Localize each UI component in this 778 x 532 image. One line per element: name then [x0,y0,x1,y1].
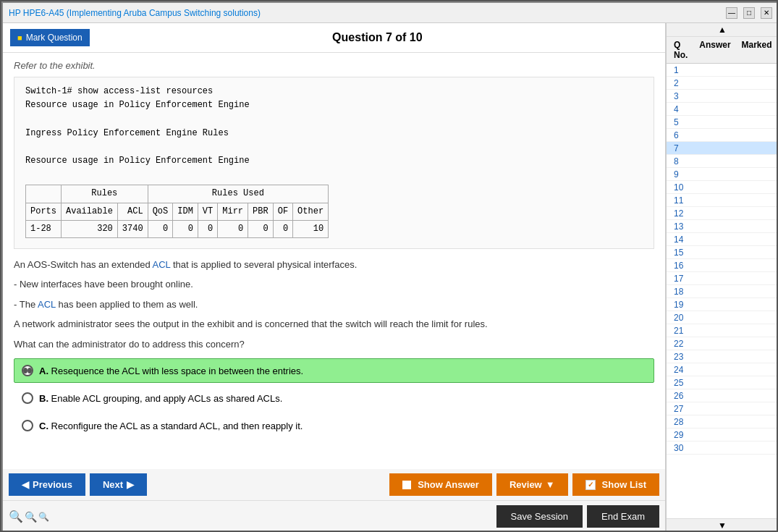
content-area: ■ Mark Question Question 7 of 10 Refer t… [3,23,666,532]
sidebar-row[interactable]: 22 [667,337,778,350]
sidebar-row[interactable]: 11 [667,194,778,207]
question-body: Refer to the exhibit. Switch-1# show acc… [3,53,665,469]
option-a[interactable]: A. Resequence the ACL with less space in… [14,358,654,383]
sidebar-row-number[interactable]: 22 [668,339,693,349]
option-b[interactable]: B. Enable ACL grouping, and apply ACLs a… [14,386,654,410]
sidebar-row-number[interactable]: 26 [668,391,693,401]
option-c-text: C. Reconfigure the ACL as a standard ACL… [39,421,303,431]
sidebar-row-number[interactable]: 5 [668,117,693,127]
sidebar-row[interactable]: 8 [667,155,778,168]
mark-question-button[interactable]: ■ Mark Question [10,29,90,46]
option-c[interactable]: C. Reconfigure the ACL as a standard ACL… [14,413,654,438]
zoom-in-button[interactable]: 🔍 [9,510,23,523]
sidebar-row-number[interactable]: 27 [668,404,693,414]
title-bar: HP HPE6-A45 (Implementing Aruba Campus S… [3,3,778,23]
sidebar-row[interactable]: 13 [667,220,778,233]
sidebar-row[interactable]: 28 [667,415,778,428]
show-answer-button[interactable]: Show Answer [389,473,492,496]
sidebar-row-number[interactable]: 4 [668,104,693,114]
question-title: Question 7 of 10 [97,31,658,44]
review-button[interactable]: Review ▼ [496,473,568,496]
sidebar-row-number[interactable]: 10 [668,182,693,193]
sidebar-row-number[interactable]: 7 [668,143,693,153]
sidebar-row-number[interactable]: 19 [668,300,693,310]
sidebar-row-number[interactable]: 28 [668,417,693,427]
scroll-up-button[interactable]: ▲ [667,23,778,37]
sidebar-row-number[interactable]: 6 [668,130,693,140]
header-answer: Answer [693,40,737,60]
sidebar-row[interactable]: 4 [667,103,778,116]
sidebar-row[interactable]: 27 [667,402,778,415]
sidebar-row-number[interactable]: 16 [668,261,693,271]
sidebar-row[interactable]: 25 [667,376,778,389]
sidebar-row-number[interactable]: 21 [668,326,693,336]
sidebar-row[interactable]: 6 [667,129,778,142]
sidebar-row-number[interactable]: 17 [668,274,693,284]
left-arrow-icon: ◀ [22,479,29,490]
dropdown-arrow-icon: ▼ [546,479,555,490]
sidebar-row[interactable]: 15 [667,246,778,259]
question-body-text-4: A network administrator sees the output … [14,317,654,332]
scroll-down-button[interactable]: ▼ [667,518,778,532]
app-title: HP HPE6-A45 (Implementing Aruba Campus S… [9,8,261,18]
sidebar-row-number[interactable]: 1 [668,65,693,75]
sidebar-row-number[interactable]: 29 [668,430,693,440]
previous-button[interactable]: ◀ Previous [9,473,85,496]
sidebar-row-number[interactable]: 3 [668,91,693,101]
end-exam-button[interactable]: End Exam [587,505,659,528]
sidebar-row[interactable]: 18 [667,285,778,298]
show-list-button[interactable]: ✓ Show List [572,473,659,496]
sidebar-row[interactable]: 7 [667,142,778,155]
sidebar-row-number[interactable]: 11 [668,195,693,206]
sidebar-header: Q No. Answer Marked [667,37,778,64]
sidebar-row-number[interactable]: 2 [668,78,693,88]
zoom-reset-button[interactable]: 🔍 [25,511,37,523]
sidebar-row-number[interactable]: 14 [668,235,693,245]
minimize-button[interactable]: — [726,7,737,19]
sidebar-row[interactable]: 20 [667,311,778,324]
sidebar-row-number[interactable]: 9 [668,169,693,180]
sidebar-row[interactable]: 1 [667,64,778,77]
sidebar-row[interactable]: 3 [667,90,778,103]
close-button[interactable]: ✕ [761,7,772,19]
sidebar-row[interactable]: 29 [667,428,778,442]
radio-b [22,392,33,404]
sidebar-row-number[interactable]: 20 [668,313,693,323]
sidebar-row-number[interactable]: 8 [668,156,693,166]
sidebar-row[interactable]: 10 [667,181,778,194]
header-marked: Marked [737,40,777,60]
sidebar-row-number[interactable]: 15 [668,248,693,258]
sidebar-row[interactable]: 24 [667,363,778,376]
sidebar-row[interactable]: 30 [667,442,778,455]
action-row: 🔍 🔍 🔍 Save Session End Exam [3,501,665,532]
sidebar-row[interactable]: 21 [667,324,778,337]
sidebar-row[interactable]: 12 [667,207,778,220]
sidebar-row-number[interactable]: 25 [668,378,693,388]
sidebar-row[interactable]: 14 [667,233,778,246]
zoom-controls[interactable]: 🔍 🔍 🔍 [9,510,49,523]
sidebar-row[interactable]: 5 [667,116,778,129]
sidebar: ▲ Q No. Answer Marked 1 2 3 4 5 6 [666,23,778,532]
sidebar-scroll-area[interactable]: 1 2 3 4 5 6 7 8 9 10 11 [667,64,778,518]
sidebar-row[interactable]: 26 [667,389,778,402]
zoom-out-button[interactable]: 🔍 [38,512,49,522]
save-session-button[interactable]: Save Session [496,505,583,528]
next-button[interactable]: Next ▶ [90,473,147,496]
sidebar-row-number[interactable]: 12 [668,208,693,219]
right-arrow-icon: ▶ [127,479,134,490]
maximize-button[interactable]: □ [743,7,755,19]
sidebar-row[interactable]: 9 [667,168,778,181]
sidebar-row-number[interactable]: 13 [668,221,693,232]
sidebar-row[interactable]: 16 [667,259,778,272]
sidebar-row[interactable]: 17 [667,272,778,285]
sidebar-row-number[interactable]: 30 [668,443,693,453]
option-b-text: B. Enable ACL grouping, and apply ACLs a… [39,393,282,404]
sidebar-row-number[interactable]: 23 [668,352,693,362]
top-toolbar: ■ Mark Question Question 7 of 10 [3,23,665,53]
sidebar-row-number[interactable]: 24 [668,365,693,375]
sidebar-row-number[interactable]: 18 [668,287,693,297]
sidebar-row[interactable]: 2 [667,77,778,90]
sidebar-row[interactable]: 19 [667,298,778,311]
sidebar-row[interactable]: 23 [667,350,778,363]
window-controls[interactable]: — □ ✕ [726,7,772,19]
